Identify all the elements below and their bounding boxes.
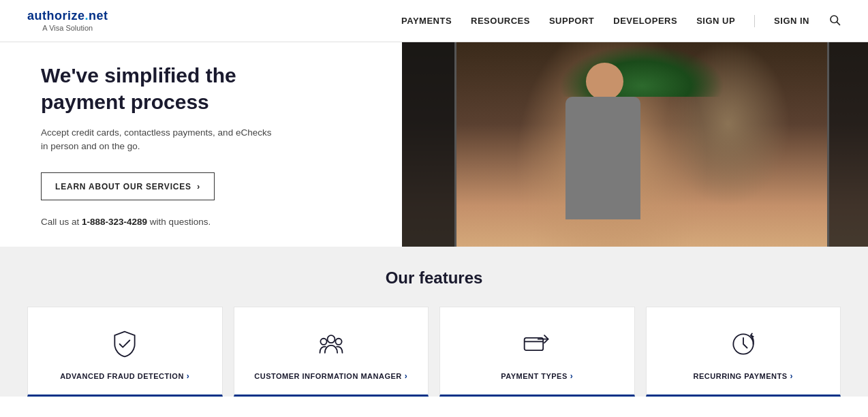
call-prefix: Call us at: [41, 217, 82, 227]
nav-resources[interactable]: RESOURCES: [471, 16, 530, 26]
hero-call-text: Call us at 1-888-323-4289 with questions…: [41, 217, 361, 227]
hero-photo: [402, 42, 868, 247]
recurring-chevron: ›: [790, 371, 793, 381]
hero-subtitle: Accept credit cards, contactless payment…: [41, 126, 273, 154]
payment-types-label-text: PAYMENT TYPES: [501, 372, 568, 380]
hero-title: We've simplified the payment process: [41, 62, 300, 115]
hero-content: We've simplified the payment process Acc…: [0, 42, 402, 247]
clock-refresh-icon: [727, 328, 760, 360]
payment-types-label: PAYMENT TYPES ›: [501, 371, 573, 381]
fraud-chevron: ›: [187, 371, 190, 381]
recurring-label: RECURRING PAYMENTS ›: [694, 371, 793, 381]
main-nav: PAYMENTS RESOURCES SUPPORT DEVELOPERS SI…: [401, 14, 841, 29]
svg-rect-5: [525, 338, 544, 350]
cim-chevron: ›: [405, 371, 408, 381]
svg-point-4: [335, 339, 341, 345]
features-grid: ADVANCED FRAUD DETECTION › CUSTOMER INFO…: [27, 307, 841, 397]
door-left: [402, 42, 456, 247]
logo: authorize.net A Visa Solution: [27, 9, 108, 33]
learn-services-button[interactable]: LEARN ABOUT OUR SERVICES ›: [41, 172, 215, 200]
person-figure: [542, 56, 678, 247]
person-head: [586, 63, 623, 100]
header: authorize.net A Visa Solution PAYMENTS R…: [0, 0, 868, 42]
people-icon: [315, 328, 347, 360]
feature-card-fraud[interactable]: ADVANCED FRAUD DETECTION ›: [27, 307, 223, 397]
learn-services-label: LEARN ABOUT OUR SERVICES: [55, 182, 191, 191]
nav-payments[interactable]: PAYMENTS: [401, 16, 452, 26]
svg-point-3: [320, 339, 326, 345]
hero-image: [402, 42, 868, 247]
nav-support[interactable]: SUPPORT: [549, 16, 594, 26]
call-suffix: with questions.: [147, 217, 211, 227]
recurring-label-text: RECURRING PAYMENTS: [694, 372, 788, 380]
nav-signin[interactable]: SIGN IN: [774, 16, 809, 26]
phone-number: 1-888-323-4289: [82, 217, 147, 227]
logo-tagline: A Visa Solution: [27, 24, 108, 33]
feature-card-payment-types[interactable]: PAYMENT TYPES ›: [439, 307, 635, 397]
features-title: Our features: [27, 268, 841, 288]
svg-line-1: [837, 22, 839, 25]
nav-divider: [754, 15, 755, 27]
credit-card-swap-icon: [521, 328, 553, 360]
chevron-right-icon: ›: [197, 181, 200, 191]
fraud-label: ADVANCED FRAUD DETECTION ›: [60, 371, 189, 381]
fraud-label-text: ADVANCED FRAUD DETECTION: [60, 372, 184, 380]
logo-text: authorize.net: [27, 9, 108, 24]
person-body: [565, 97, 640, 219]
hero-section: We've simplified the payment process Acc…: [0, 42, 868, 247]
features-section: Our features ADVANCED FRAUD DETECTION ›: [0, 247, 868, 397]
nav-developers[interactable]: DEVELOPERS: [613, 16, 677, 26]
door-right: [827, 42, 868, 247]
feature-card-recurring[interactable]: RECURRING PAYMENTS ›: [646, 307, 841, 397]
feature-card-cim[interactable]: CUSTOMER INFORMATION MANAGER ›: [234, 307, 429, 397]
shield-check-icon: [108, 328, 141, 360]
search-icon[interactable]: [828, 14, 841, 29]
nav-signup[interactable]: SIGN UP: [696, 16, 735, 26]
svg-point-2: [327, 335, 335, 343]
cim-label: CUSTOMER INFORMATION MANAGER ›: [254, 371, 407, 381]
payment-types-chevron: ›: [570, 371, 574, 381]
cim-label-text: CUSTOMER INFORMATION MANAGER: [254, 372, 401, 380]
